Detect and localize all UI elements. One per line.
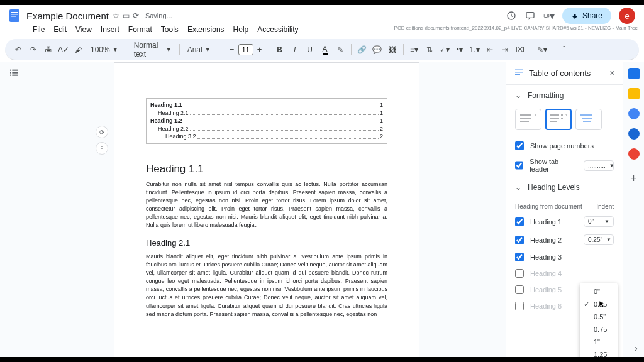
decrease-indent-button[interactable]: ⇤: [483, 43, 497, 57]
menu-insert[interactable]: Insert: [97, 24, 123, 35]
cloud-icon[interactable]: ⟳: [133, 11, 139, 20]
hide-sidepanel-button[interactable]: ›: [635, 343, 638, 353]
menu-edit[interactable]: Edit: [50, 24, 70, 35]
menu-view[interactable]: View: [72, 24, 96, 35]
show-tab-leader-checkbox[interactable]: [515, 161, 523, 170]
menu-tools[interactable]: Tools: [157, 24, 182, 35]
toc-row[interactable]: Heading 1.11: [150, 101, 383, 109]
comments-icon[interactable]: [525, 10, 536, 21]
heading-level-label: Heading 4: [530, 270, 562, 277]
account-avatar[interactable]: e: [619, 8, 635, 24]
toc-style-dotted[interactable]: 1: [545, 109, 572, 130]
image-button[interactable]: 🖼: [386, 43, 399, 57]
font-size-minus[interactable]: −: [227, 45, 237, 55]
heading-level-checkbox[interactable]: [515, 269, 524, 278]
comment-button[interactable]: 💬: [370, 43, 384, 57]
heading-level-checkbox[interactable]: [515, 285, 524, 294]
font-size-input[interactable]: [238, 44, 253, 55]
menu-extensions[interactable]: Extensions: [184, 24, 228, 35]
chevron-down-icon: ⌄: [515, 91, 521, 100]
indent-select[interactable]: 0.25"▼: [584, 234, 614, 245]
refresh-toc-button[interactable]: ⟳: [96, 126, 108, 138]
indent-option[interactable]: 0": [580, 285, 618, 298]
show-page-numbers-checkbox[interactable]: [515, 141, 524, 150]
heading-level-checkbox[interactable]: [515, 217, 524, 226]
toc-block[interactable]: Heading 1.11Heading 2.11Heading 1.21Head…: [146, 98, 387, 144]
toc-style-links[interactable]: [575, 109, 602, 130]
font-dropdown[interactable]: Arial▼: [184, 45, 219, 54]
svg-rect-14: [515, 72, 523, 72]
collapse-toolbar-button[interactable]: ˆ: [557, 43, 571, 57]
document-title[interactable]: Example Document: [26, 11, 109, 21]
undo-button[interactable]: ↶: [11, 43, 25, 57]
left-rail: [0, 62, 28, 357]
link-button[interactable]: 🔗: [355, 43, 369, 57]
paragraph-1[interactable]: Curabitur non nulla sit amet nisl tempus…: [146, 180, 387, 229]
tab-leader-dropdown[interactable]: ..........▼: [584, 160, 614, 171]
indent-option[interactable]: 1.25": [580, 348, 618, 357]
star-icon[interactable]: ☆: [113, 11, 119, 20]
editing-mode-button[interactable]: ✎▾: [535, 43, 549, 57]
clear-format-button[interactable]: ⌧: [513, 43, 527, 57]
share-button[interactable]: Share: [562, 8, 611, 24]
menu-help[interactable]: Help: [230, 24, 253, 35]
indent-option[interactable]: 0.75": [580, 323, 618, 336]
close-panel-button[interactable]: ✕: [609, 69, 615, 77]
maps-addon-icon[interactable]: [628, 148, 640, 160]
formatting-section[interactable]: ⌄ Formatting: [506, 85, 623, 106]
indent-select[interactable]: 0"▼: [584, 216, 614, 227]
paint-format-button[interactable]: 🖌: [72, 43, 86, 57]
contacts-addon-icon[interactable]: [628, 128, 640, 140]
heading-level-checkbox[interactable]: [515, 236, 524, 244]
meet-icon[interactable]: ▾: [543, 10, 555, 21]
heading-level-row: Heading 4: [506, 265, 623, 282]
toc-row[interactable]: Heading 3.22: [150, 133, 383, 141]
menu-accessibility[interactable]: Accessibility: [253, 24, 302, 35]
header: Example Document ☆ ▭ ⟳ Saving... ▾ Share…: [0, 5, 644, 24]
toolbar: ↶ ↷ 🖶 A✓ 🖌 100%▼ Normal text▼ Arial▼ − +…: [5, 39, 639, 60]
heading-levels-section[interactable]: ⌄ Heading Levels: [506, 177, 623, 198]
docs-logo[interactable]: [6, 8, 23, 24]
indent-option[interactable]: 1": [580, 336, 618, 348]
show-tab-leader-label: Show tab leader: [530, 158, 577, 173]
heading-level-checkbox[interactable]: [515, 253, 524, 261]
tasks-addon-icon[interactable]: [628, 108, 640, 119]
calendar-addon-icon[interactable]: [628, 68, 640, 79]
heading-1-1[interactable]: Heading 1.1: [146, 163, 387, 175]
zoom-dropdown[interactable]: 100%▼: [87, 45, 122, 54]
number-list-button[interactable]: 1.▾: [468, 43, 482, 57]
menu-file[interactable]: File: [29, 24, 48, 35]
menu-format[interactable]: Format: [125, 24, 156, 35]
text-color-button[interactable]: A: [318, 43, 332, 57]
highlight-button[interactable]: ✎: [333, 43, 347, 57]
print-button[interactable]: 🖶: [42, 43, 55, 57]
bold-button[interactable]: B: [273, 43, 287, 57]
toc-options-button[interactable]: ⋮: [96, 142, 108, 155]
heading-level-checkbox[interactable]: [515, 302, 524, 310]
indent-option[interactable]: 0.5": [580, 310, 618, 323]
build-info: PCD editions documents frontend_20220914…: [394, 25, 638, 31]
heading-2-1[interactable]: Heading 2.1: [146, 238, 387, 248]
outline-icon[interactable]: [9, 68, 19, 78]
toc-row[interactable]: Heading 2.22: [150, 125, 383, 133]
line-spacing-button[interactable]: ⇅: [423, 43, 436, 57]
redo-button[interactable]: ↷: [26, 43, 40, 57]
align-button[interactable]: ≡▾: [408, 43, 421, 57]
toc-style-plain[interactable]: 1: [515, 109, 541, 130]
spellcheck-button[interactable]: A✓: [57, 43, 70, 57]
increase-indent-button[interactable]: ⇥: [498, 43, 512, 57]
move-icon[interactable]: ▭: [123, 11, 130, 20]
italic-button[interactable]: I: [288, 43, 302, 57]
checklist-button[interactable]: ☑▾: [438, 43, 452, 57]
toc-row[interactable]: Heading 1.21: [150, 117, 383, 125]
underline-button[interactable]: U: [303, 43, 317, 57]
paragraph-2[interactable]: Mauris blandit aliquet elit, eget tincid…: [146, 253, 387, 318]
page[interactable]: ⟳ ⋮ Heading 1.11Heading 2.11Heading 1.21…: [114, 62, 419, 357]
history-icon[interactable]: [506, 10, 517, 21]
style-dropdown[interactable]: Normal text▼: [130, 41, 175, 58]
get-addons-button[interactable]: +: [630, 172, 637, 185]
bullet-list-button[interactable]: •▾: [453, 43, 467, 57]
font-size-plus[interactable]: +: [255, 45, 265, 55]
keep-addon-icon[interactable]: [628, 88, 640, 99]
toc-row[interactable]: Heading 2.11: [150, 109, 383, 118]
